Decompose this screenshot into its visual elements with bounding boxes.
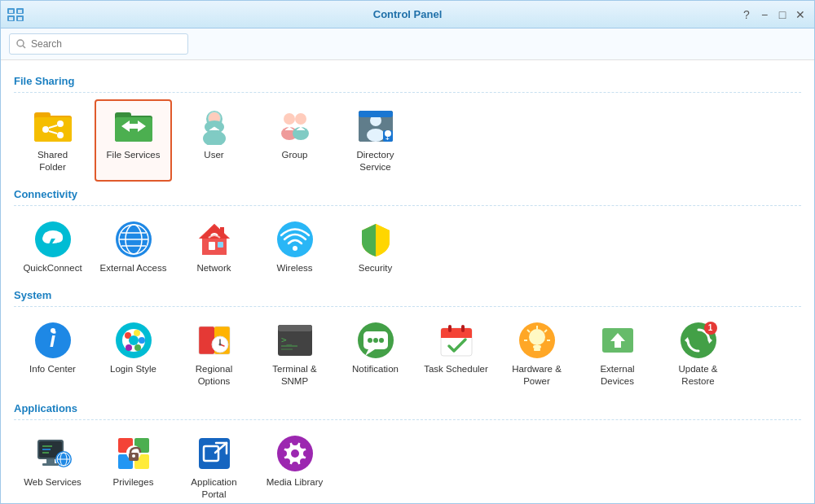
svg-rect-16: [34, 117, 72, 142]
task-scheduler-item[interactable]: Task Scheduler: [417, 313, 495, 396]
file-services-icon-wrap: [115, 107, 152, 145]
login-style-item[interactable]: Login Style: [95, 313, 172, 396]
search-icon: [16, 39, 26, 49]
content-area: File Sharing Shar: [1, 60, 814, 503]
divider-connectivity: [14, 205, 801, 206]
svg-rect-99: [533, 345, 541, 348]
search-input[interactable]: [31, 38, 181, 50]
svg-point-61: [293, 246, 297, 251]
directory-service-label: DirectoryService: [356, 149, 394, 173]
svg-rect-95: [448, 325, 452, 332]
user-item[interactable]: User: [175, 99, 253, 182]
section-title-applications: Applications: [14, 402, 801, 414]
hardware-power-icon-wrap: [518, 322, 556, 359]
external-devices-icon-wrap: [599, 322, 637, 359]
info-center-icon-wrap: i: [34, 322, 72, 359]
notification-item[interactable]: Notification: [337, 313, 414, 396]
divider-file-sharing: [14, 92, 801, 93]
update-badge: 1: [704, 322, 717, 335]
svg-point-141: [284, 442, 290, 449]
wireless-label: Wireless: [276, 262, 312, 274]
web-services-item[interactable]: Web Services: [14, 427, 91, 503]
regional-options-icon-wrap: [196, 322, 233, 359]
update-restore-item[interactable]: 1 Update &Restore: [659, 313, 737, 396]
svg-text:+: +: [385, 135, 390, 142]
file-services-label: File Services: [107, 149, 161, 161]
quickconnect-item[interactable]: QuickConnect: [14, 213, 91, 283]
external-devices-item[interactable]: ExternalDevices: [579, 313, 656, 396]
control-panel-window: Control Panel ? − □ ✕ File Sharing: [0, 0, 815, 504]
svg-rect-96: [461, 325, 465, 332]
search-box[interactable]: [9, 33, 188, 55]
svg-point-17: [42, 126, 49, 133]
application-portal-item[interactable]: ApplicationPortal: [175, 427, 253, 503]
window-controls: ? − □ ✕: [739, 7, 808, 22]
maximize-button[interactable]: □: [775, 7, 790, 22]
svg-point-71: [126, 344, 132, 351]
section-title-system: System: [14, 289, 801, 301]
svg-point-33: [295, 113, 306, 125]
shared-folder-item[interactable]: SharedFolder: [14, 99, 91, 182]
svg-point-98: [529, 329, 545, 345]
svg-line-13: [23, 46, 25, 48]
task-scheduler-icon-wrap: [438, 322, 475, 359]
section-title-file-sharing: File Sharing: [14, 75, 801, 87]
external-access-item[interactable]: External Access: [95, 213, 172, 283]
svg-point-69: [139, 337, 145, 344]
network-label: Network: [196, 262, 231, 274]
close-button[interactable]: ✕: [793, 7, 808, 22]
svg-marker-56: [200, 225, 229, 239]
task-scheduler-label: Task Scheduler: [424, 363, 488, 375]
app-icon: [7, 8, 24, 21]
svg-text:>_: >_: [281, 335, 293, 345]
help-button[interactable]: ?: [739, 7, 754, 22]
window-title: Control Panel: [373, 8, 443, 20]
external-devices-label: ExternalDevices: [600, 363, 634, 388]
security-icon-wrap: [357, 221, 394, 258]
user-icon-wrap: [196, 107, 233, 145]
svg-rect-58: [218, 242, 223, 248]
privileges-item[interactable]: Privileges: [95, 427, 172, 503]
svg-rect-39: [359, 111, 393, 117]
svg-point-72: [129, 335, 139, 345]
section-title-connectivity: Connectivity: [14, 188, 801, 200]
shared-folder-label: SharedFolder: [37, 149, 68, 173]
group-icon-wrap: [276, 107, 314, 145]
connectivity-grid: QuickConnect External Access: [14, 213, 801, 283]
svg-point-139: [280, 450, 287, 457]
file-sharing-grid: SharedFolder File Services: [14, 99, 801, 182]
divider-system: [14, 306, 801, 307]
regional-options-item[interactable]: RegionalOptions: [175, 313, 253, 396]
svg-point-18: [57, 121, 64, 127]
svg-point-90: [373, 338, 378, 343]
svg-point-31: [284, 113, 295, 125]
svg-point-19: [57, 132, 64, 138]
security-item[interactable]: Security: [337, 213, 414, 283]
shared-folder-icon-wrap: [34, 107, 72, 145]
svg-point-80: [218, 343, 221, 345]
terminal-snmp-item[interactable]: >_ Terminal &SNMP: [256, 313, 333, 396]
svg-point-128: [132, 454, 135, 458]
group-item[interactable]: Group: [256, 99, 333, 182]
media-library-item[interactable]: Media Library: [256, 427, 333, 503]
network-item[interactable]: Network: [175, 213, 253, 283]
notification-label: Notification: [352, 363, 399, 375]
hardware-power-item[interactable]: Hardware &Power: [498, 313, 575, 396]
terminal-snmp-icon-wrap: >_: [276, 322, 314, 359]
wireless-icon-wrap: [276, 221, 314, 258]
minimize-button[interactable]: −: [757, 7, 772, 22]
svg-point-144: [284, 458, 290, 465]
directory-service-item[interactable]: + DirectoryService: [337, 99, 414, 182]
quickconnect-label: QuickConnect: [23, 262, 82, 274]
wireless-item[interactable]: Wireless: [256, 213, 333, 283]
hardware-power-label: Hardware &Power: [512, 363, 562, 388]
system-grid: i Info Center: [14, 313, 801, 396]
login-style-icon-wrap: [115, 322, 152, 359]
group-label: Group: [282, 149, 308, 161]
info-center-item[interactable]: i Info Center: [14, 313, 91, 396]
svg-point-142: [300, 458, 306, 465]
svg-rect-100: [534, 348, 540, 351]
external-access-label: External Access: [100, 262, 167, 274]
file-services-item[interactable]: File Services: [95, 99, 172, 182]
svg-rect-118: [42, 463, 59, 466]
